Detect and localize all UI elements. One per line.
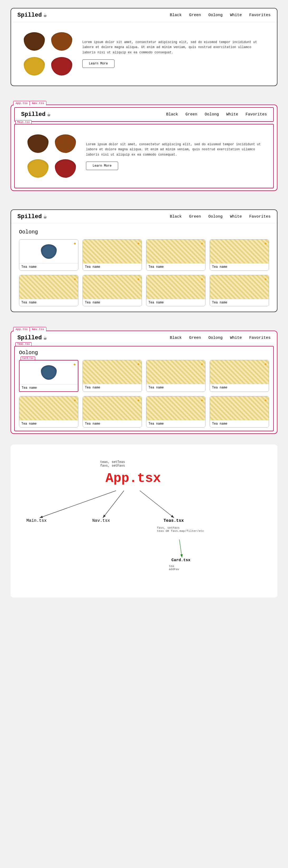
- logo-icon-2: ☕: [47, 111, 50, 118]
- card-annotated-wrapper-0: Card.tsx ◆ Tea name: [19, 360, 78, 392]
- nav-link-green-3[interactable]: Green: [189, 214, 201, 219]
- nav-logo-4: Spilled ☕: [17, 334, 170, 341]
- logo-icon-4: ☕: [43, 334, 47, 341]
- tea-card-name-4-5: Tea name: [83, 420, 142, 427]
- hero-text-2: Lorem ipsum dolor sit amet, consectetur …: [86, 142, 263, 170]
- nav-logo-3: Spilled ☕: [17, 213, 170, 220]
- tea-card-img-4-2: ◆: [146, 360, 205, 384]
- tea-card-name-0: Tea name: [19, 263, 78, 271]
- tea-card-name-4-3: Tea name: [210, 384, 269, 391]
- nav-bar-4: Spilled ☕ Black Green Oolong White Favor…: [11, 331, 277, 345]
- learn-more-button-2[interactable]: Learn More: [86, 162, 118, 170]
- nav-annotated-wrapper: Spilled ☕ Black Green Oolong White Favor…: [13, 107, 275, 122]
- nav-link-black-1[interactable]: Black: [170, 13, 182, 18]
- arch-card-label: Card.tsx: [172, 558, 190, 562]
- logo-text-2: Spilled: [21, 111, 45, 118]
- tea-images-grid-2: [25, 132, 78, 180]
- tea-card-name-4-4: Tea name: [19, 420, 78, 427]
- nav-link-favorites-4[interactable]: Favorites: [249, 336, 271, 340]
- tea-card-1[interactable]: ◆ Tea name: [82, 239, 142, 271]
- app-tsx-tab-4: App.tsx: [13, 327, 30, 332]
- nav-link-favorites-1[interactable]: Favorites: [249, 13, 271, 18]
- favorite-icon-0: ◆: [74, 241, 76, 246]
- tea-card-img-4-1: ◆: [83, 360, 142, 384]
- nav-links-3: Black Green Oolong White Favorites: [170, 214, 271, 219]
- tea-cards-grid-4: Card.tsx ◆ Tea name: [19, 360, 269, 428]
- tea-card-name-4: Tea name: [19, 299, 78, 306]
- nav-link-black-4[interactable]: Black: [170, 336, 182, 340]
- nav-link-black-2[interactable]: Black: [166, 112, 178, 117]
- tea-pile-dark-2: [25, 132, 51, 155]
- tea-card-5[interactable]: ◆ Tea name: [82, 275, 142, 306]
- teas-section-4: Oolong Card.tsx ◆: [14, 346, 274, 431]
- favorite-icon-4-4: ◆: [74, 398, 76, 402]
- tea-cards-grid-3: ◆ Tea name ◆ Tea name ◆ Tea name: [19, 239, 269, 306]
- tea-card-4-5[interactable]: ◆ Tea name: [82, 396, 142, 428]
- nav-link-white-1[interactable]: White: [230, 13, 242, 18]
- tea-card-name-4-0: Tea name: [20, 384, 78, 391]
- tea-card-4-2[interactable]: ◆ Tea name: [146, 360, 206, 392]
- tea-pile-brown-1: [49, 30, 74, 53]
- browser-window-4: App.tsx Nav.tsx Spilled ☕ Black Green Oo…: [10, 331, 278, 434]
- logo-icon-3: ☕: [43, 213, 47, 220]
- arch-props-1: teas, setTeas favs, setFavs: [100, 460, 125, 468]
- card-tsx-tab: Card.tsx: [21, 356, 35, 360]
- nav-link-white-4[interactable]: White: [230, 336, 242, 340]
- hero-section-1: Lorem ipsum dolor sit amet, consectetur …: [11, 22, 277, 86]
- nav-links-2: Black Green Oolong White Favorites: [166, 112, 267, 117]
- nav-link-favorites-3[interactable]: Favorites: [249, 214, 271, 219]
- tea-card-name-3: Tea name: [210, 263, 269, 271]
- browser-window-2: App.tsx Nav.tsx Spilled ☕ Black Gree: [10, 104, 278, 191]
- nav-link-green-2[interactable]: Green: [185, 112, 197, 117]
- tea-card-4-1[interactable]: ◆ Tea name: [82, 360, 142, 392]
- section2-wrapper: App.tsx Nav.tsx Spilled ☕ Black Gree: [10, 104, 278, 191]
- tea-pile-card-0: [41, 244, 57, 259]
- tea-card-img-4: ◆: [19, 275, 78, 299]
- favorite-icon-4-3: ◆: [264, 362, 267, 366]
- nav-link-oolong-2[interactable]: Oolong: [205, 112, 219, 117]
- nav-link-oolong-3[interactable]: Oolong: [208, 214, 223, 219]
- svg-line-3: [179, 539, 182, 557]
- nav-logo-1: Spilled ☕: [17, 11, 170, 19]
- browser-window-3: Spilled ☕ Black Green Oolong White Favor…: [10, 209, 278, 312]
- nav-link-oolong-1[interactable]: Oolong: [208, 13, 223, 18]
- tea-card-img-4-5: ◆: [83, 396, 142, 420]
- tea-card-2[interactable]: ◆ Tea name: [146, 239, 206, 271]
- tea-card-4-0[interactable]: ◆ Tea name: [19, 360, 78, 392]
- svg-line-0: [40, 491, 116, 518]
- tea-card-name-4-1: Tea name: [83, 384, 142, 391]
- nav-link-green-1[interactable]: Green: [189, 13, 201, 18]
- tea-card-img-3: ◆: [210, 240, 269, 263]
- tea-card-name-5: Tea name: [83, 299, 142, 306]
- arch-main-label: Main.tsx: [26, 518, 47, 523]
- tea-pile-card-4-0: [41, 365, 57, 380]
- tea-card-4-3[interactable]: ◆ Tea name: [210, 360, 269, 392]
- tea-card-4-7[interactable]: ◆ Tea name: [210, 396, 269, 428]
- nav-tsx-tab: Nav.tsx: [30, 101, 46, 105]
- tea-card-name-2: Tea name: [146, 263, 205, 271]
- nav-link-favorites-2[interactable]: Favorites: [246, 112, 267, 117]
- arch-teas-props: favs, setFavs teas OR favs.map/filter/et…: [157, 526, 204, 533]
- learn-more-button-1[interactable]: Learn More: [82, 59, 114, 68]
- tea-card-img-4-7: ◆: [210, 396, 269, 420]
- tea-card-0[interactable]: ◆ Tea name: [19, 239, 78, 271]
- svg-line-2: [140, 491, 174, 518]
- tea-card-img-4-4: ◆: [19, 396, 78, 420]
- tea-card-4[interactable]: ◆ Tea name: [19, 275, 78, 306]
- tea-card-7[interactable]: ◆ Tea name: [210, 275, 269, 306]
- tea-card-6[interactable]: ◆ Tea name: [146, 275, 206, 306]
- nav-link-white-2[interactable]: White: [226, 112, 238, 117]
- nav-link-white-3[interactable]: White: [230, 214, 242, 219]
- annotated-inner-2: Spilled ☕ Black Green Oolong White Favor…: [11, 105, 277, 190]
- tea-card-img-4-0: ◆: [20, 361, 78, 384]
- tea-card-3[interactable]: ◆ Tea name: [210, 239, 269, 271]
- arch-props-line2: favs, setFavs: [100, 464, 125, 468]
- tea-card-4-4[interactable]: ◆ Tea name: [19, 396, 78, 428]
- teas-inner-4: Oolong Card.tsx ◆: [15, 346, 273, 431]
- nav-link-oolong-4[interactable]: Oolong: [208, 336, 223, 340]
- nav-link-black-3[interactable]: Black: [170, 214, 182, 219]
- tea-card-name-4-7: Tea name: [210, 420, 269, 427]
- nav-link-green-4[interactable]: Green: [189, 336, 201, 340]
- tea-pile-red-2: [53, 157, 78, 180]
- tea-card-4-6[interactable]: ◆ Tea name: [146, 396, 206, 428]
